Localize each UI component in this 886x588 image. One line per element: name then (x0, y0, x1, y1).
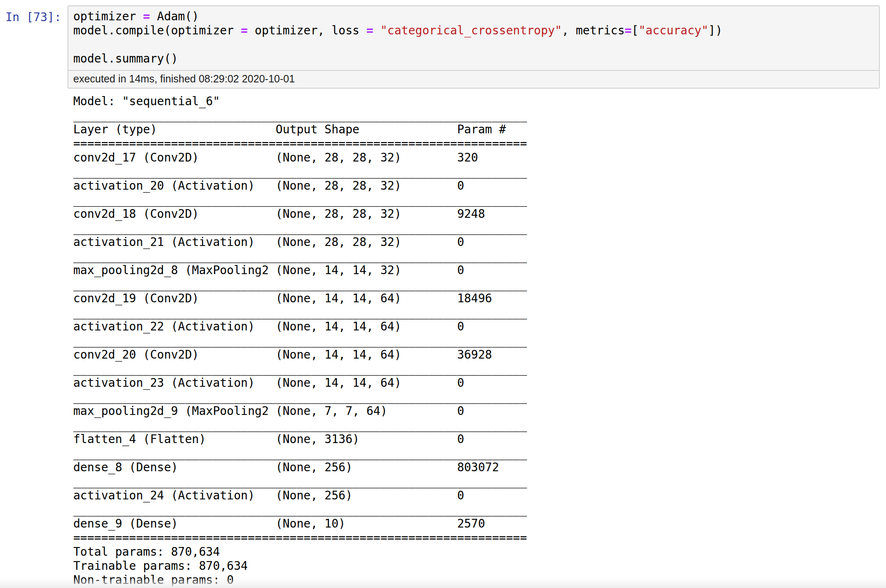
execute-time-bar: executed in 14ms, finished 08:29:02 2020… (68, 70, 879, 88)
cell-input-box: optimizer = Adam()model.compile(optimize… (67, 5, 880, 89)
code-line: model.summary() (73, 52, 874, 66)
cell-output-area: Model: "sequential_6" __________________… (0, 89, 886, 588)
model-summary-output: Model: "sequential_6" __________________… (67, 94, 527, 588)
code-line (73, 38, 874, 52)
code-cell: In [73]: optimizer = Adam()model.compile… (0, 0, 886, 89)
code-line: model.compile(optimizer = optimizer, los… (73, 24, 874, 38)
prompt-column: In [73]: (0, 5, 67, 89)
code-line: optimizer = Adam() (73, 10, 874, 24)
code-editor[interactable]: optimizer = Adam()model.compile(optimize… (68, 6, 879, 70)
next-cell-edge[interactable] (0, 578, 886, 588)
input-prompt: In [73]: (0, 10, 61, 24)
output-prompt-spacer (0, 94, 67, 588)
notebook-page: In [73]: optimizer = Adam()model.compile… (0, 0, 886, 588)
